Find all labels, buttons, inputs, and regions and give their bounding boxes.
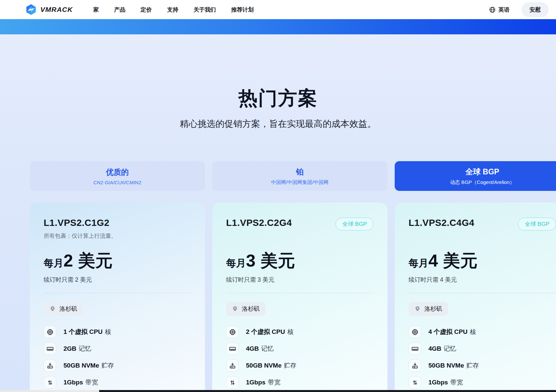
plan-card-c2g4: L1.VPS2.C2G4 全球 BGP 每月3 美元 续订时只需 3 美元 洛杉… [212,202,387,392]
memory-icon [44,342,56,355]
feature-row-storage: 50GB NVMe贮存 [409,359,556,372]
map-pin-icon [49,305,56,312]
tab-platinum[interactable]: 铂 中国网/中国网集团/中国网 [212,161,387,191]
feature-row-memory: 4GB记忆 [226,342,374,355]
feature-list: 1 个虚拟 CPU核 2GB记忆 50GB NVMe贮存 1Gbps带宽 每月 … [44,326,191,392]
tab-global-bgp[interactable]: 全球 BGP 动态 BGP（Cogent/Arelion） [395,161,556,191]
plan-card-c1g2: L1.VPS2.C1G2 所有包裹：仅计算上行流量。 每月2 美元 续订时只需 … [30,202,205,392]
page-subtitle: 精心挑选的促销方案，旨在实现最高的成本效益。 [0,118,556,130]
nav-item-home[interactable]: 家 [93,6,99,14]
location-label: 洛杉矶 [60,305,77,313]
language-label: 英语 [498,6,510,14]
location-label: 洛杉矶 [242,305,260,313]
tab-subtitle: 动态 BGP（Cogent/Arelion） [450,179,514,186]
feature-row-memory: 4GB记忆 [409,342,556,355]
feature-row-storage: 50GB NVMe贮存 [44,359,191,372]
page-title: 热门方案 [0,86,556,111]
nav-item-about[interactable]: 关于我们 [193,6,216,14]
feature-row-cpu: 4 个虚拟 CPU核 [409,326,556,338]
plan-name: L1.VPS2.C2G4 [226,218,292,228]
location-chip: 洛杉矶 [409,302,448,316]
account-button[interactable]: 安慰 [522,2,549,17]
feature-row-cpu: 2 个虚拟 CPU核 [226,326,374,338]
globe-icon [489,6,496,13]
tab-premium[interactable]: 优质的 CN2 GIA/CUII/CMIN2 [30,161,205,191]
bandwidth-icon [226,376,239,389]
renewal-note: 续订时只需 4 美元 [409,276,556,284]
tab-title: 铂 [296,167,304,177]
plan-name: L1.VPS2.C4G4 [409,218,474,228]
dashed-divider [409,293,556,293]
tab-title: 优质的 [106,167,129,177]
feature-row-bandwidth: 1Gbps带宽 [44,376,191,389]
feature-row-cpu: 1 个虚拟 CPU核 [44,326,191,338]
feature-row-bandwidth: 1Gbps带宽 [226,376,374,389]
location-chip: 洛杉矶 [44,302,83,316]
dashed-divider [226,293,374,293]
bandwidth-icon [409,376,421,389]
plan-category-tabs: 优质的 CN2 GIA/CUII/CMIN2 铂 中国网/中国网集团/中国网 全… [0,161,556,191]
storage-icon [44,359,56,372]
plan-note: 所有包裹：仅计算上行流量。 [44,232,191,240]
cpu-icon [44,326,56,338]
plan-card-c4g4: L1.VPS2.C4G4 全球 BGP 每月4 美元 续订时只需 4 美元 洛杉… [395,202,556,392]
tab-subtitle: CN2 GIA/CUII/CMIN2 [93,180,141,185]
nav-item-affiliate[interactable]: 推荐计划 [231,6,254,14]
nav-item-products[interactable]: 产品 [114,6,125,14]
plan-name: L1.VPS2.C1G2 [44,218,109,228]
nav-item-pricing[interactable]: 定价 [140,6,152,14]
map-pin-icon [414,305,421,312]
hero-gradient-band [0,19,556,34]
brand-logo[interactable]: VMRACK [25,3,73,16]
location-chip: 洛杉矶 [226,302,265,316]
feature-row-storage: 50GB NVMe贮存 [226,359,374,372]
memory-icon [409,342,421,355]
bottom-edge-bar [0,390,556,392]
renewal-note: 续订时只需 3 美元 [226,276,374,284]
storage-icon [226,359,239,372]
cpu-icon [409,326,421,338]
feature-list: 4 个虚拟 CPU核 4GB记忆 50GB NVMe贮存 1Gbps带宽 每月 … [409,326,556,392]
feature-row-bandwidth: 1Gbps带宽 [409,376,556,389]
dashed-divider [44,293,191,293]
plan-price: 每月3 美元 [226,249,374,272]
global-bgp-badge: 全球 BGP [518,218,556,231]
tab-title: 全球 BGP [465,167,499,177]
memory-icon [226,342,239,355]
location-label: 洛杉矶 [424,305,442,313]
global-bgp-badge: 全球 BGP [336,218,374,231]
feature-row-memory: 2GB记忆 [44,342,191,355]
feature-list: 2 个虚拟 CPU核 4GB记忆 50GB NVMe贮存 1Gbps带宽 每月 … [226,326,374,392]
vmrack-logo-icon [25,3,37,16]
plan-price: 每月2 美元 [44,249,191,272]
language-switcher[interactable]: 英语 [489,6,510,14]
main-menu: 家 产品 定价 支持 关于我们 推荐计划 [93,6,254,14]
renewal-note: 续订时只需 2 美元 [44,276,191,284]
plan-price: 每月4 美元 [409,249,556,272]
top-navbar: VMRACK 家 产品 定价 支持 关于我们 推荐计划 英语 安慰 [0,0,556,19]
cpu-icon [226,326,239,338]
storage-icon [409,359,421,372]
brand-name: VMRACK [40,6,73,14]
bandwidth-icon [44,376,56,389]
nav-item-support[interactable]: 支持 [167,6,178,14]
plan-cards-row: L1.VPS2.C1G2 所有包裹：仅计算上行流量。 每月2 美元 续订时只需 … [0,202,556,392]
tab-subtitle: 中国网/中国网集团/中国网 [271,179,328,186]
hero-section: 热门方案 精心挑选的促销方案，旨在实现最高的成本效益。 [0,86,556,130]
map-pin-icon [232,305,238,312]
